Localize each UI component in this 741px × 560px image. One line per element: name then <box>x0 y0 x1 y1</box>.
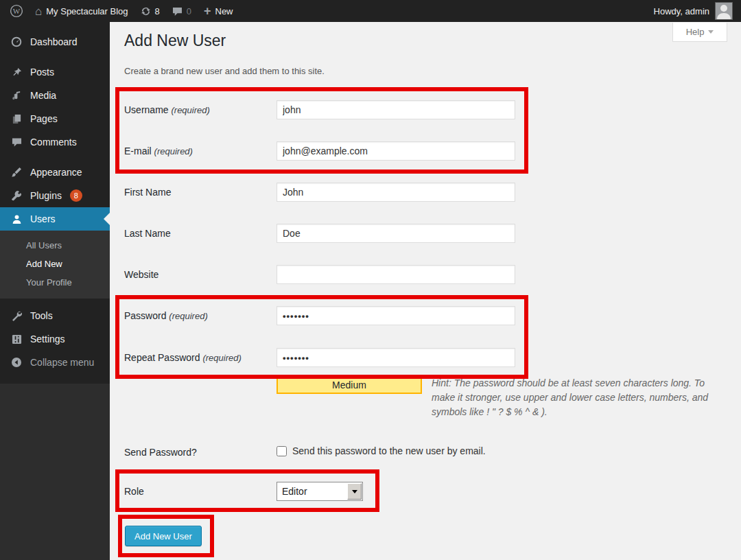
sidebar-item-label: Plugins <box>30 190 62 201</box>
page-title: Add New User <box>124 32 226 50</box>
last-name-input[interactable] <box>277 224 515 243</box>
website-label: Website <box>124 265 158 284</box>
media-icon <box>10 91 23 101</box>
username-input[interactable] <box>277 100 515 119</box>
label-text: Password <box>124 310 166 321</box>
comments-icon <box>10 137 23 147</box>
users-submenu: All Users Add New Your Profile <box>0 231 110 299</box>
comments-link[interactable]: 0 <box>166 0 198 22</box>
new-content-link[interactable]: + New <box>198 0 239 22</box>
sidebar-item-pages[interactable]: Pages <box>0 107 110 130</box>
dashboard-icon <box>10 36 23 47</box>
send-password-checkbox-label: Send this password to the new user by em… <box>292 445 486 456</box>
repeat-password-input[interactable] <box>277 348 515 367</box>
avatar <box>715 2 733 20</box>
site-link[interactable]: ⌂ My Spectacular Blog <box>29 0 134 22</box>
pages-icon <box>10 114 23 124</box>
site-name: My Spectacular Blog <box>46 6 128 16</box>
help-button[interactable]: Help <box>672 23 727 42</box>
required-text: (required) <box>154 146 193 156</box>
update-count: 8 <box>155 6 160 16</box>
wrench-icon <box>10 310 23 321</box>
howdy-text: Howdy, admin <box>654 6 709 16</box>
sidebar-item-label: Appearance <box>30 167 82 178</box>
sidebar-item-label: Tools <box>30 310 53 321</box>
label-text: Repeat Password <box>124 352 200 363</box>
plus-icon: + <box>204 5 211 17</box>
sidebar-item-label: Users <box>30 213 56 224</box>
password-strength-section: Medium Hint: The password should be at l… <box>277 376 713 419</box>
sidebar-item-settings[interactable]: Settings <box>0 327 110 351</box>
label-text: Username <box>124 104 169 115</box>
last-name-label: Last Name <box>124 224 171 243</box>
sidebar-item-label: Posts <box>30 67 54 78</box>
sliders-icon <box>10 334 23 345</box>
menu-separator <box>0 54 110 60</box>
sidebar-item-comments[interactable]: Comments <box>0 130 110 154</box>
role-select[interactable]: Editor <box>277 482 363 501</box>
menu-separator <box>0 154 110 161</box>
help-label: Help <box>686 27 705 37</box>
send-password-group: Send this password to the new user by em… <box>277 445 486 456</box>
password-input[interactable] <box>277 306 515 325</box>
sidebar-item-tools[interactable]: Tools <box>0 304 110 327</box>
collapse-icon <box>10 357 23 368</box>
wordpress-menu[interactable]: W <box>8 0 29 22</box>
send-password-label: Send Password? <box>124 445 197 459</box>
sidebar-item-appearance[interactable]: Appearance <box>0 161 110 184</box>
brush-icon <box>10 167 23 178</box>
email-field[interactable] <box>277 141 515 161</box>
first-name-row: First Name <box>124 183 714 202</box>
repeat-password-row: Repeat Password (required) <box>124 348 714 367</box>
current-item-arrow-icon <box>97 213 110 225</box>
collapse-menu-button[interactable]: Collapse menu <box>0 351 110 374</box>
users-icon <box>10 214 23 224</box>
main-content: Help Add New User Create a brand new use… <box>110 22 741 560</box>
svg-text:W: W <box>13 7 21 15</box>
first-name-label: First Name <box>124 183 171 202</box>
username-row: Username (required) <box>124 100 714 119</box>
submenu-item-label: Your Profile <box>26 277 72 288</box>
repeat-password-label: Repeat Password (required) <box>124 348 242 368</box>
sidebar-item-plugins[interactable]: Plugins 8 <box>0 184 110 207</box>
update-icon <box>141 6 151 16</box>
admin-sidebar: Dashboard Posts Media <box>0 22 110 560</box>
sidebar-item-users[interactable]: Users <box>0 207 110 231</box>
sidebar-item-add-new[interactable]: Add New <box>0 255 110 273</box>
last-name-row: Last Name <box>124 224 714 243</box>
role-selected-value: Editor <box>277 486 347 497</box>
website-row: Website <box>124 265 714 284</box>
sidebar-item-label: Pages <box>30 113 58 124</box>
plugin-icon <box>10 190 23 201</box>
sidebar-item-media[interactable]: Media <box>0 84 110 107</box>
sidebar-item-label: Media <box>30 90 56 101</box>
first-name-input[interactable] <box>277 183 515 202</box>
sidebar-item-dashboard[interactable]: Dashboard <box>0 30 110 54</box>
add-new-user-button[interactable]: Add New User <box>125 526 202 546</box>
sidebar-item-posts[interactable]: Posts <box>0 60 110 84</box>
sidebar-item-all-users[interactable]: All Users <box>0 236 110 255</box>
sidebar-item-your-profile[interactable]: Your Profile <box>0 273 110 292</box>
role-row: Role Editor <box>124 482 714 501</box>
role-label: Role <box>124 482 144 501</box>
select-dropdown-button[interactable] <box>347 483 362 500</box>
username-label: Username (required) <box>124 100 210 120</box>
wordpress-logo-icon: W <box>10 4 23 18</box>
comment-count: 0 <box>187 6 191 16</box>
chevron-down-icon <box>708 30 714 34</box>
admin-menu: Dashboard Posts Media <box>0 22 110 384</box>
password-label: Password (required) <box>124 306 208 326</box>
updates-link[interactable]: 8 <box>134 0 166 22</box>
sidebar-item-label: Comments <box>30 137 77 148</box>
submit-row: Add New User <box>124 526 714 548</box>
comment-icon <box>172 7 183 16</box>
account-menu[interactable]: Howdy, admin <box>648 0 733 22</box>
label-text: E-mail <box>124 145 152 156</box>
website-input[interactable] <box>277 265 515 284</box>
admin-bar: W ⌂ My Spectacular Blog 8 0 + New Howdy,… <box>0 0 741 22</box>
sidebar-item-label: Settings <box>30 334 65 345</box>
plugins-update-badge: 8 <box>70 189 82 202</box>
submenu-item-label: All Users <box>26 240 62 250</box>
send-password-checkbox[interactable] <box>277 446 287 456</box>
required-text: (required) <box>171 105 209 115</box>
